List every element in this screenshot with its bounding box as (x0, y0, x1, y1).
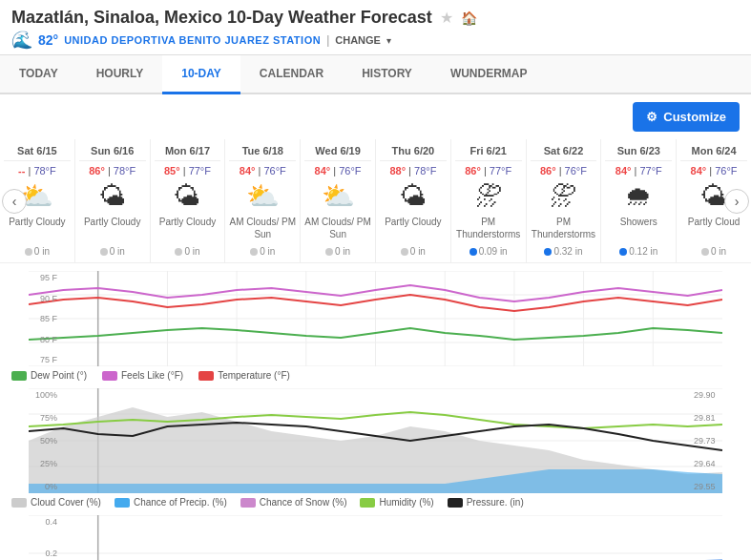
weather-icon-8: 🌧 (605, 180, 672, 212)
tab-wundermap[interactable]: WUNDERMAP (431, 55, 547, 94)
chart2-svg (29, 388, 722, 493)
precip-5: 0 in (380, 246, 447, 257)
weather-icon-6: ⛈ (455, 180, 522, 212)
gear-icon: ⚙ (646, 110, 657, 124)
chart2-wrapper: 100%75%50%25%0% 29.9029.8129.7329.6429.5… (29, 388, 722, 493)
day-label-1: Sun 6/16 (79, 145, 146, 161)
legend-humidity: Humidity (%) (360, 497, 433, 508)
condition-8: Showers (605, 216, 672, 242)
day-label-0: Sat 6/15 (4, 145, 71, 161)
day-col-3: Tue 6/18 84° | 76°F ⛅ AM Clouds/ PM Sun … (225, 139, 301, 262)
tab-10day[interactable]: 10-DAY (162, 55, 240, 94)
chart1-wrapper: 95 F90 F85 F80 F75 F (29, 271, 722, 366)
precip-7: 0.32 in (531, 246, 597, 257)
precip-8: 0.12 in (605, 246, 672, 257)
condition-7: PM Thunderstorms (531, 216, 597, 242)
day-col-4: Wed 6/19 84° | 76°F ⛅ AM Clouds/ PM Sun … (301, 139, 376, 262)
legend-dew-point: Dew Point (°) (11, 370, 87, 381)
nav-tabs: TODAY HOURLY 10-DAY CALENDAR HISTORY WUN… (0, 55, 751, 94)
condition-6: PM Thunderstorms (455, 216, 522, 242)
tab-history[interactable]: HISTORY (343, 55, 431, 94)
day-label-9: Mon 6/24 (680, 145, 747, 161)
precip-1: 0 in (79, 246, 146, 257)
day-col-2: Mon 6/17 85° | 77°F 🌤 Partly Cloudy 0 in (151, 139, 226, 262)
day-label-7: Sat 6/22 (531, 145, 597, 161)
forecast-container: ‹ Sat 6/15 -- | 78°F ⛅ Partly Cloudy 0 i… (0, 139, 751, 263)
day-label-8: Sun 6/23 (605, 145, 672, 161)
weather-icon-small: 🌊 (11, 30, 32, 51)
home-icon[interactable]: 🏠 (461, 10, 477, 26)
day-label-4: Wed 6/19 (304, 145, 371, 161)
forecast-scroll: Sat 6/15 -- | 78°F ⛅ Partly Cloudy 0 in … (0, 139, 751, 262)
chart2-legend: Cloud Cover (%) Chance of Precip. (%) Ch… (0, 493, 751, 511)
page-title: Mazatlán, Sinaloa, Mexico 10-Day Weather… (11, 8, 432, 28)
customize-button[interactable]: ⚙ Customize (633, 102, 740, 132)
star-icon[interactable]: ★ (440, 9, 453, 27)
day-label-3: Tue 6/18 (229, 145, 296, 161)
weather-icon-5: 🌤 (380, 180, 447, 212)
divider: | (326, 33, 329, 47)
condition-2: Partly Cloudy (155, 216, 221, 242)
day-col-7: Sat 6/22 86° | 76°F ⛈ PM Thunderstorms 0… (527, 139, 602, 262)
condition-1: Partly Cloudy (79, 216, 146, 242)
weather-icon-2: 🌤 (155, 180, 221, 212)
weather-icon-4: ⛅ (304, 180, 371, 212)
precip-2: 0 in (155, 246, 221, 257)
day-col-6: Fri 6/21 86° | 77°F ⛈ PM Thunderstorms 0… (451, 139, 527, 262)
day-col-5: Thu 6/20 88° | 78°F 🌤 Partly Cloudy 0 in (376, 139, 451, 262)
precip-6: 0.09 in (455, 246, 522, 257)
weather-icon-3: ⛅ (229, 180, 296, 212)
tab-calendar[interactable]: CALENDAR (240, 55, 343, 94)
condition-3: AM Clouds/ PM Sun (229, 216, 296, 242)
legend-pressure: Pressure. (in) (448, 497, 524, 508)
condition-0: Partly Cloudy (4, 216, 71, 242)
legend-temperature: Temperature (°F) (198, 370, 290, 381)
condition-9: Partly Cloud (680, 216, 747, 242)
day-label-2: Mon 6/17 (155, 145, 221, 161)
charts-section: 95 F90 F85 F80 F75 F (0, 263, 751, 560)
customize-bar: ⚙ Customize (0, 94, 751, 139)
precip-9: 0 in (680, 246, 747, 257)
station-name[interactable]: UNIDAD DEPORTIVA BENITO JUAREZ STATION (64, 34, 321, 46)
day-label-6: Fri 6/21 (455, 145, 522, 161)
temperature-badge: 82° (38, 32, 58, 48)
chart3-wrapper: 0.40.20.0 (29, 515, 722, 560)
legend-cloud-cover: Cloud Cover (%) (11, 497, 101, 508)
precip-0: 0 in (4, 246, 71, 257)
tab-today[interactable]: TODAY (0, 55, 77, 94)
chevron-down-icon: ▾ (386, 35, 391, 46)
chart1-legend: Dew Point (°) Feels Like (°F) Temperatur… (0, 366, 751, 384)
condition-4: AM Clouds/ PM Sun (304, 216, 371, 242)
chart3-svg (29, 515, 722, 560)
right-arrow[interactable]: › (724, 189, 749, 214)
weather-icon-7: ⛈ (531, 180, 597, 212)
condition-5: Partly Cloudy (380, 216, 447, 242)
left-arrow[interactable]: ‹ (2, 189, 27, 214)
day-label-5: Thu 6/20 (380, 145, 447, 161)
tab-hourly[interactable]: HOURLY (77, 55, 163, 94)
weather-icon-1: 🌤 (79, 180, 146, 212)
day-col-1: Sun 6/16 86° | 78°F 🌤 Partly Cloudy 0 in (75, 139, 151, 262)
legend-feels-like: Feels Like (°F) (102, 370, 183, 381)
precip-3: 0 in (229, 246, 296, 257)
precip-4: 0 in (304, 246, 371, 257)
change-link[interactable]: CHANGE (335, 34, 381, 46)
chart1-svg (29, 271, 722, 366)
day-col-8: Sun 6/23 84° | 77°F 🌧 Showers 0.12 in (601, 139, 677, 262)
legend-snow: Chance of Snow (%) (240, 497, 347, 508)
legend-precip: Chance of Precip. (%) (115, 497, 227, 508)
header: Mazatlán, Sinaloa, Mexico 10-Day Weather… (0, 0, 751, 94)
